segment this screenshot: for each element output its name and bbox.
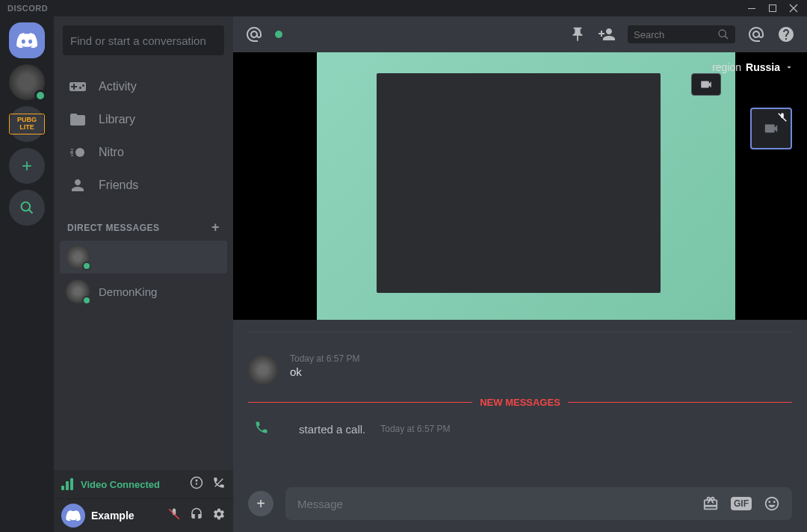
nitro-icon [69, 143, 87, 161]
chat-area: region Russia Today [233, 16, 807, 532]
chat-header [233, 16, 807, 52]
mentions-icon[interactable] [747, 25, 765, 43]
svg-point-3 [75, 148, 84, 157]
gamepad-icon [69, 78, 87, 96]
svg-rect-0 [748, 8, 755, 9]
voice-status-panel: Video Connected [54, 470, 233, 499]
new-messages-divider: NEW MESSAGES [248, 397, 792, 408]
conversation-search[interactable]: Find or start a conversation [63, 25, 224, 55]
avatar[interactable] [248, 355, 278, 385]
search-field[interactable] [634, 29, 708, 40]
gift-icon[interactable] [702, 495, 719, 512]
window-close-button[interactable] [783, 0, 804, 16]
nav-label: Friends [99, 179, 138, 192]
screen-share-preview[interactable] [317, 52, 735, 320]
status-online-icon [275, 31, 282, 38]
dm-item[interactable] [60, 241, 227, 273]
svg-point-7 [719, 30, 726, 37]
video-thumbnail[interactable] [691, 73, 721, 96]
dm-item[interactable]: DemonKing [60, 275, 227, 308]
dm-name: DemonKing [99, 285, 157, 298]
signal-icon [61, 478, 73, 490]
server-item[interactable] [9, 64, 45, 100]
call-timestamp: Today at 6:57 PM [380, 424, 450, 434]
add-server-button[interactable]: + [9, 148, 45, 184]
svg-rect-1 [770, 5, 776, 12]
friends-icon [69, 176, 87, 194]
emoji-icon[interactable] [764, 495, 780, 512]
attach-button[interactable]: + [248, 491, 273, 516]
nav-activity[interactable]: Activity [60, 70, 227, 103]
status-online-icon [34, 90, 46, 102]
channel-sidebar: Find or start a conversation Activity Li… [54, 16, 233, 532]
avatar [66, 245, 90, 269]
phone-icon [254, 420, 269, 438]
nav-friends[interactable]: Friends [60, 169, 227, 202]
help-icon[interactable] [777, 25, 795, 43]
message-composer: + GIF [248, 487, 792, 520]
nav-label: Nitro [99, 146, 124, 159]
status-online-icon [82, 262, 91, 270]
explore-servers-button[interactable] [9, 190, 45, 226]
video-call-area: region Russia [233, 52, 807, 320]
nav-label: Activity [99, 80, 137, 93]
gif-button[interactable]: GIF [731, 497, 752, 510]
mute-icon[interactable] [167, 507, 181, 524]
app-title: DISCORD [3, 4, 48, 13]
svg-point-6 [196, 480, 197, 481]
window-maximize-button[interactable] [762, 0, 783, 16]
video-self-thumbnail[interactable] [750, 108, 792, 149]
home-button[interactable] [9, 22, 45, 58]
library-icon [69, 111, 87, 129]
pubg-label: PUBG LITE [9, 114, 45, 134]
user-panel: Example [54, 499, 233, 532]
window-minimize-button[interactable] [741, 0, 762, 16]
message-list: Today at 6:57 PM ok NEW MESSAGES started… [233, 320, 807, 480]
message: Today at 6:57 PM ok [248, 353, 792, 385]
user-name: Example [91, 510, 161, 522]
search-input[interactable] [628, 25, 735, 43]
disconnect-icon[interactable] [212, 476, 226, 492]
server-item-pubg[interactable]: PUBG LITE [9, 106, 45, 142]
server-rail: PUBG LITE + [0, 16, 54, 532]
nav-label: Library [99, 113, 135, 126]
info-icon[interactable] [190, 476, 203, 492]
create-dm-button[interactable]: + [211, 220, 220, 235]
call-started-row: started a call. Today at 6:57 PM [248, 415, 792, 438]
dm-section-header: DIRECT MESSAGES [67, 223, 160, 233]
avatar[interactable] [61, 504, 85, 528]
pin-icon[interactable] [569, 26, 586, 43]
message-timestamp: Today at 6:57 PM [290, 353, 359, 364]
at-icon [245, 25, 263, 43]
avatar [66, 279, 90, 303]
message-input[interactable] [297, 498, 690, 510]
call-text: started a call. [299, 423, 365, 436]
nav-nitro[interactable]: Nitro [60, 136, 227, 169]
region-selector[interactable]: region Russia [712, 61, 794, 73]
mic-muted-icon [777, 112, 788, 126]
settings-icon[interactable] [212, 507, 226, 524]
deafen-icon[interactable] [190, 507, 203, 524]
status-online-icon [82, 296, 91, 305]
voice-status-label: Video Connected [81, 479, 182, 490]
message-text: ok [290, 365, 792, 378]
nav-library[interactable]: Library [60, 103, 227, 136]
svg-point-2 [22, 202, 31, 211]
add-friend-icon[interactable] [598, 25, 616, 43]
